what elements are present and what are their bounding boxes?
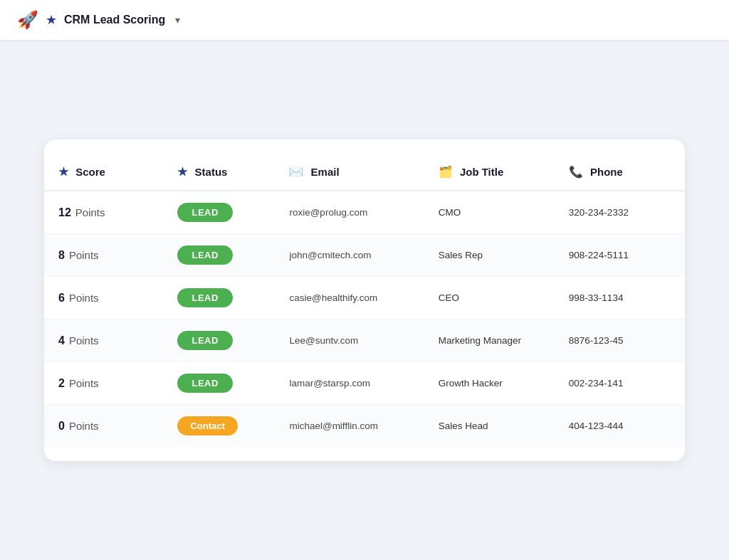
score-cell: 8Points: [44, 234, 163, 277]
jobtitle-cell: Growth Hacker: [424, 362, 555, 405]
status-cell: Contact: [163, 405, 275, 448]
jobtitle-cell: CEO: [424, 277, 555, 319]
table-row: 2PointsLEADlamar@starsp.comGrowth Hacker…: [44, 362, 685, 405]
phone-cell: 320-234-2332: [555, 191, 685, 234]
star-status-icon: ★: [177, 166, 187, 178]
table-body: 12PointsLEADroxie@prolug.comCMO320-234-2…: [44, 191, 685, 447]
table-row: 0PointsContactmichael@mifflin.comSales H…: [44, 405, 685, 448]
phone-cell: 908-224-5111: [555, 234, 685, 277]
lead-badge: LEAD: [177, 331, 232, 350]
jobtitle-cell: Sales Rep: [424, 234, 555, 277]
lead-table: ★ Score ★ Status ✉️ Email 🗂️: [44, 154, 685, 447]
email-cell: john@cmitech.com: [275, 234, 424, 277]
score-label: Points: [75, 206, 105, 218]
score-label: Points: [69, 249, 99, 261]
email-cell: Lee@suntv.com: [275, 319, 424, 362]
score-label: Points: [69, 292, 99, 304]
lead-badge: LEAD: [177, 203, 232, 222]
status-cell: LEAD: [163, 362, 275, 405]
app-container: 🚀 ★ CRM Lead Scoring ▾ ★ Score ★ Status: [0, 0, 729, 560]
jobtitle-cell: CMO: [424, 191, 555, 234]
score-number: 4: [58, 334, 65, 347]
main-content: ★ Score ★ Status ✉️ Email 🗂️: [0, 41, 729, 560]
col-header-phone: 📞 Phone: [555, 154, 685, 191]
col-header-email: ✉️ Email: [275, 154, 424, 191]
favorite-star-icon[interactable]: ★: [46, 12, 57, 28]
data-card: ★ Score ★ Status ✉️ Email 🗂️: [44, 139, 685, 461]
score-label: Points: [69, 420, 99, 432]
score-number: 2: [58, 377, 65, 390]
status-cell: LEAD: [163, 319, 275, 362]
email-cell: michael@mifflin.com: [275, 405, 424, 448]
jobtitle-cell: Sales Head: [424, 405, 555, 448]
score-cell: 6Points: [44, 277, 163, 319]
status-cell: LEAD: [163, 191, 275, 234]
table-row: 4PointsLEADLee@suntv.comMarketing Manage…: [44, 319, 685, 362]
contact-badge: Contact: [177, 416, 237, 435]
table-header: ★ Score ★ Status ✉️ Email 🗂️: [44, 154, 685, 191]
lead-badge: LEAD: [177, 374, 232, 393]
score-label: Points: [69, 334, 99, 347]
email-cell: roxie@prolug.com: [275, 191, 424, 234]
phone-cell: 404-123-444: [555, 405, 685, 448]
star-score-icon: ★: [58, 166, 68, 178]
app-title: CRM Lead Scoring: [64, 14, 165, 26]
jobtitle-cell: Marketing Manager: [424, 319, 555, 362]
rocket-icon: 🚀: [17, 10, 38, 30]
score-cell: 0Points: [44, 405, 163, 448]
lead-badge: LEAD: [177, 288, 232, 307]
col-header-jobtitle: 🗂️ Job Title: [424, 154, 555, 191]
phone-cell: 998-33-1134: [555, 277, 685, 319]
phone-icon: 📞: [569, 166, 583, 178]
score-cell: 2Points: [44, 362, 163, 405]
table-row: 12PointsLEADroxie@prolug.comCMO320-234-2…: [44, 191, 685, 234]
lead-badge: LEAD: [177, 245, 232, 265]
email-cell: casie@healthify.com: [275, 277, 424, 319]
score-number: 6: [58, 292, 65, 305]
score-label: Points: [69, 377, 99, 389]
score-number: 12: [58, 206, 71, 219]
score-number: 0: [58, 420, 65, 433]
phone-cell: 002-234-141: [555, 362, 685, 405]
briefcase-icon: 🗂️: [439, 166, 453, 178]
table-row: 6PointsLEADcasie@healthify.comCEO998-33-…: [44, 277, 685, 319]
score-number: 8: [58, 249, 65, 262]
email-icon: ✉️: [289, 166, 303, 178]
status-cell: LEAD: [163, 234, 275, 277]
score-cell: 12Points: [44, 191, 163, 234]
status-cell: LEAD: [163, 277, 275, 319]
col-header-status: ★ Status: [163, 154, 275, 191]
chevron-down-icon[interactable]: ▾: [175, 14, 180, 26]
table-row: 8PointsLEADjohn@cmitech.comSales Rep908-…: [44, 234, 685, 277]
col-header-score: ★ Score: [44, 154, 163, 191]
email-cell: lamar@starsp.com: [275, 362, 424, 405]
score-cell: 4Points: [44, 319, 163, 362]
top-bar: 🚀 ★ CRM Lead Scoring ▾: [0, 0, 729, 41]
phone-cell: 8876-123-45: [555, 319, 685, 362]
